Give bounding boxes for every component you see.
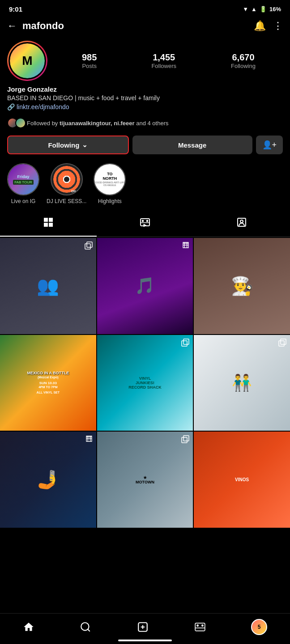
multi-icon-6 <box>278 339 286 348</box>
battery-percent: 16% <box>269 6 281 13</box>
highlight-circle-dj: ON IG <box>51 163 83 195</box>
following-button[interactable]: Following ⌄ <box>7 136 129 154</box>
highlight-label-dj: DJ LIVE SESS... <box>47 198 86 204</box>
svg-rect-17 <box>182 437 187 443</box>
highlight-circle-live: Friday FAB TOUR <box>7 163 39 195</box>
posts-stat[interactable]: 985 Posts <box>82 52 97 69</box>
add-person-icon: 👤+ <box>262 140 277 149</box>
reels-icon <box>140 217 150 230</box>
svg-rect-14 <box>183 339 189 344</box>
back-button[interactable]: ← <box>7 20 17 32</box>
svg-rect-18 <box>183 436 189 441</box>
svg-rect-0 <box>44 218 48 222</box>
followed-avatar-2 <box>15 118 26 128</box>
highlights-row: Friday FAB TOUR Live on IG ON IG DJ LIVE… <box>0 160 290 212</box>
grid-item-5[interactable]: VINYLJUNKIES!RECORD SHACK <box>97 335 193 431</box>
following-count: 6,670 <box>232 52 254 63</box>
svg-point-6 <box>146 220 148 222</box>
highlight-north[interactable]: TONORTH FOOD·DRINKS·ART·LIFE OS ANGELE H… <box>94 163 126 204</box>
add-person-button[interactable]: 👤+ <box>256 136 283 154</box>
bio-link[interactable]: 🔗 linktr.ee/djmafondo <box>7 103 283 110</box>
svg-point-19 <box>81 623 89 630</box>
nav-bar: ← mafondo 🔔 ⋮ <box>0 17 290 37</box>
tab-reels[interactable] <box>97 212 193 237</box>
svg-rect-15 <box>279 341 284 346</box>
action-buttons: Following ⌄ Message 👤+ <box>0 132 290 160</box>
posts-count: 985 <box>82 52 97 63</box>
posts-label: Posts <box>82 63 97 69</box>
followed-by-prefix: Followed by <box>27 120 60 127</box>
following-label: Following <box>48 141 79 149</box>
followed-by-suffix: and 4 others <box>135 120 169 127</box>
profile-section: M 985 Posts 1,455 Followers 6,670 Follow… <box>0 37 290 81</box>
grid-item-8[interactable]: ★MOTOWN <box>97 432 193 528</box>
following-label: Following <box>231 63 256 69</box>
svg-rect-3 <box>49 223 53 227</box>
grid-item-1[interactable]: 👥 <box>0 238 96 334</box>
grid-item-3[interactable]: 👨‍🍳 <box>194 238 290 334</box>
highlight-circle-north: TONORTH FOOD·DRINKS·ART·LIFE OS ANGELE <box>94 163 126 195</box>
multi-icon-1 <box>85 242 93 251</box>
reel-icon-7 <box>85 435 93 444</box>
svg-rect-21 <box>195 623 205 631</box>
grid-item-4[interactable]: MEXICO IN A BOTTLE (Mezcal Expo) SUN 10.… <box>0 335 96 431</box>
highlight-dj-live[interactable]: ON IG DJ LIVE SESS... <box>47 163 86 204</box>
svg-point-10 <box>240 220 243 223</box>
svg-rect-12 <box>87 242 92 247</box>
svg-rect-2 <box>44 223 48 227</box>
avatar[interactable]: M <box>7 41 47 81</box>
following-stat[interactable]: 6,670 Following <box>231 52 256 69</box>
grid-item-6[interactable]: 👬 <box>194 335 290 431</box>
svg-point-23 <box>201 625 203 626</box>
nav-home[interactable] <box>23 621 34 633</box>
stats-container: 985 Posts 1,455 Followers 6,670 Followin… <box>55 52 283 69</box>
tagged-icon <box>236 217 247 230</box>
svg-rect-1 <box>49 218 53 222</box>
svg-rect-13 <box>182 341 187 346</box>
photo-grid: 👥 🎵 👨‍🍳 MEXICO IN A BOTTLE (Mezcal Expo)… <box>0 238 290 528</box>
tab-tagged[interactable] <box>193 212 290 237</box>
username-title: mafondo <box>22 20 64 32</box>
display-name: Jorge Gonzalez <box>7 85 283 93</box>
highlight-label-north: Highlights <box>98 198 122 204</box>
reel-icon-2 <box>182 242 189 250</box>
wifi-icon: ▼ <box>243 6 248 13</box>
message-button[interactable]: Message <box>132 136 252 154</box>
tab-grid[interactable] <box>0 212 97 237</box>
followers-label: Followers <box>151 63 176 69</box>
followers-count: 1,455 <box>153 52 175 63</box>
link-text[interactable]: linktr.ee/djmafondo <box>17 103 69 110</box>
multi-icon-8 <box>181 435 189 445</box>
nav-reels[interactable] <box>194 621 206 633</box>
link-icon: 🔗 <box>7 103 15 110</box>
followed-by-section: Followed by tijuanawalkingtour, ni.feeer… <box>0 114 290 132</box>
notification-bell-icon[interactable]: 🔔 <box>254 20 266 32</box>
bio-text: BASED IN SAN DIEGO | music + food + trav… <box>7 94 283 102</box>
svg-marker-8 <box>144 224 146 227</box>
battery-icon: 🔋 <box>260 6 267 13</box>
signal-icon: ▲ <box>251 6 257 13</box>
grid-item-9[interactable]: VINOS <box>194 432 290 528</box>
grid-item-2[interactable]: 🎵 <box>97 238 193 334</box>
followed-by-names: tijuanawalkingtour, ni.feeer <box>60 120 135 127</box>
grid-icon <box>43 217 54 230</box>
nav-search[interactable] <box>80 621 91 633</box>
bio-section: Jorge Gonzalez BASED IN SAN DIEGO | musi… <box>0 81 290 114</box>
svg-point-5 <box>142 220 144 222</box>
svg-point-22 <box>197 625 198 626</box>
svg-rect-16 <box>281 339 286 344</box>
more-options-icon[interactable]: ⋮ <box>273 20 283 32</box>
status-bar: 9:01 ▼ ▲ 🔋 16% <box>0 0 290 17</box>
highlight-live-on-ig[interactable]: Friday FAB TOUR Live on IG <box>7 163 39 204</box>
grid-item-7[interactable]: 🤳 <box>0 432 96 528</box>
home-indicator <box>118 640 172 641</box>
followed-by-text: Followed by tijuanawalkingtour, ni.feeer… <box>27 120 168 127</box>
nav-profile[interactable]: 5 <box>251 619 267 635</box>
dropdown-arrow-icon: ⌄ <box>82 141 88 149</box>
highlight-label-live: Live on IG <box>11 198 36 204</box>
svg-rect-11 <box>85 244 90 249</box>
followers-stat[interactable]: 1,455 Followers <box>151 52 176 69</box>
nav-add[interactable] <box>137 621 149 633</box>
status-time: 9:01 <box>9 5 22 13</box>
followed-avatars <box>7 118 23 128</box>
